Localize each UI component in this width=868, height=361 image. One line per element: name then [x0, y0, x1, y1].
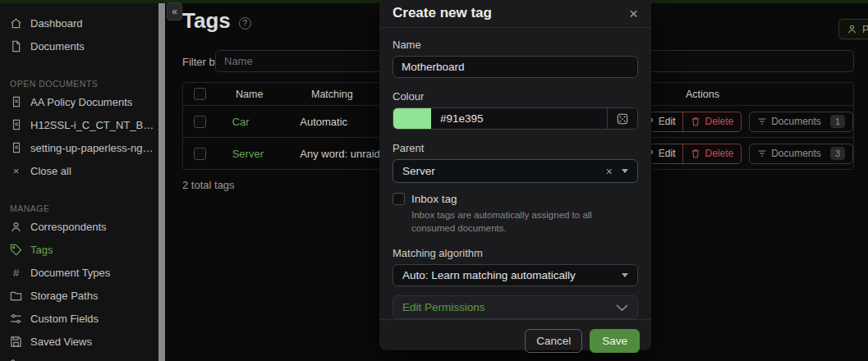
- documents-filter-button[interactable]: Documents 3: [749, 144, 853, 164]
- document-count-badge: 3: [830, 147, 845, 160]
- colour-label: Colour: [393, 90, 638, 103]
- sidebar-close-all[interactable]: × Close all: [10, 159, 155, 182]
- sidebar: Dashboard Documents OPEN DOCUMENTS AA Po…: [0, 3, 158, 361]
- sidebar-item-storage-paths[interactable]: Storage Paths: [10, 284, 155, 307]
- parent-select[interactable]: Server ×: [393, 159, 638, 183]
- column-header-name[interactable]: Name: [228, 89, 311, 100]
- sidebar-item-label: setting-up-paperless-ngx-part-one: [30, 142, 155, 154]
- inbox-tag-checkbox[interactable]: [393, 193, 405, 205]
- sidebar-collapse-toggle[interactable]: «: [167, 2, 182, 21]
- colour-input-group: [393, 107, 638, 130]
- document-count-badge: 1: [830, 115, 845, 128]
- permissions-button-label: Pe: [862, 24, 868, 35]
- sidebar-item-custom-fields[interactable]: Custom Fields: [10, 307, 155, 330]
- documents-button-label: Documents: [771, 148, 821, 159]
- delete-button[interactable]: Delete: [682, 112, 742, 132]
- sidebar-item-label: Documents: [30, 40, 85, 53]
- save-icon: [10, 336, 22, 348]
- name-label: Name: [393, 39, 638, 51]
- home-icon: [10, 17, 22, 30]
- cancel-button[interactable]: Cancel: [525, 329, 582, 353]
- edit-button-label: Edit: [659, 116, 676, 127]
- sidebar-item-dashboard[interactable]: Dashboard: [10, 11, 155, 34]
- sidebar-item-label: Storage Paths: [30, 290, 98, 302]
- hash-icon: #: [10, 267, 22, 279]
- sidebar-item-label: Tags: [30, 244, 53, 256]
- row-checkbox[interactable]: [194, 148, 206, 160]
- select-all-checkbox[interactable]: [194, 88, 206, 100]
- workflow-icon: [10, 359, 22, 361]
- sidebar-item-correspondents[interactable]: Correspondents: [10, 215, 155, 238]
- tag-name-link[interactable]: Car: [232, 116, 250, 128]
- page-title: Tags ?: [182, 8, 251, 34]
- documents-filter-button[interactable]: Documents 1: [749, 112, 853, 132]
- delete-button-label: Delete: [705, 148, 733, 159]
- edit-button-label: Edit: [659, 148, 676, 159]
- parent-select-value: Server: [402, 165, 435, 177]
- sidebar-item-label: H12SSL-i_C_CT_NT_BIOS_3.3_rele...: [30, 119, 155, 131]
- help-icon[interactable]: ?: [239, 17, 251, 30]
- create-new-tag-modal: Create new tag × Name Colour Parent S: [379, 0, 651, 350]
- sidebar-section-manage: MANAGE: [10, 199, 155, 213]
- sidebar-scrollbar[interactable]: [158, 3, 165, 361]
- sidebar-item-label: Correspondents: [30, 221, 107, 233]
- file-text-icon: [10, 119, 22, 131]
- sidebar-open-doc-2[interactable]: H12SSL-i_C_CT_NT_BIOS_3.3_rele...: [10, 113, 155, 136]
- permissions-button[interactable]: Pe: [838, 19, 868, 39]
- documents-button-label: Documents: [771, 116, 821, 127]
- tag-name-input[interactable]: [393, 56, 638, 78]
- sliders-icon: [10, 313, 22, 325]
- modal-header: Create new tag ×: [379, 0, 651, 28]
- sidebar-item-label: Close all: [30, 165, 71, 177]
- sidebar-item-label: Saved Views: [30, 336, 92, 348]
- modal-body: Name Colour Parent Server ×: [379, 28, 651, 319]
- filter-icon: [757, 149, 767, 158]
- close-icon[interactable]: ×: [629, 6, 638, 21]
- trash-icon: [691, 117, 700, 126]
- colour-hex-input[interactable]: [431, 108, 607, 129]
- delete-button-label: Delete: [705, 116, 733, 127]
- sidebar-item-label: AA Policy Documents: [30, 96, 132, 108]
- sidebar-item-saved-views[interactable]: Saved Views: [10, 330, 155, 353]
- modal-title: Create new tag: [393, 5, 492, 21]
- sidebar-item-label: Document Types: [30, 267, 110, 279]
- delete-button[interactable]: Delete: [682, 144, 742, 164]
- sidebar-open-doc-3[interactable]: setting-up-paperless-ngx-part-one: [10, 136, 155, 159]
- chevron-down-icon: [616, 304, 628, 311]
- trash-icon: [691, 149, 700, 158]
- modal-footer: Cancel Save: [379, 319, 651, 361]
- inbox-tag-hint: Inbox tags are automatically assigned to…: [411, 209, 638, 235]
- chevron-down-icon: [622, 169, 628, 173]
- person-icon: [10, 221, 22, 233]
- save-button[interactable]: Save: [590, 329, 640, 353]
- matching-algorithm-value: Auto: Learn matching automatically: [402, 269, 576, 281]
- close-icon: ×: [10, 165, 22, 177]
- tag-name-link[interactable]: Server: [232, 148, 264, 160]
- parent-label: Parent: [393, 142, 638, 154]
- edit-permissions-accordion[interactable]: Edit Permissions: [393, 295, 638, 319]
- inbox-tag-label: Inbox tag: [411, 193, 457, 205]
- person-icon: [847, 24, 857, 34]
- sidebar-item-label: Workflows: [30, 359, 80, 361]
- sidebar-item-workflows[interactable]: Workflows: [10, 353, 155, 361]
- column-header-actions: Actions: [685, 89, 853, 100]
- sidebar-item-document-types[interactable]: # Document Types: [10, 261, 155, 284]
- sidebar-section-open-documents: OPEN DOCUMENTS: [10, 74, 155, 89]
- file-text-icon: [10, 96, 22, 108]
- matching-algorithm-select[interactable]: Auto: Learn matching automatically: [393, 264, 638, 286]
- sidebar-item-tags[interactable]: Tags: [10, 238, 155, 261]
- sidebar-open-doc-1[interactable]: AA Policy Documents: [10, 90, 155, 113]
- page-title-text: Tags: [182, 8, 231, 34]
- file-icon: [10, 40, 22, 53]
- random-colour-button[interactable]: [607, 108, 637, 129]
- matching-algorithm-label: Matching algorithm: [393, 247, 638, 259]
- dice-icon: [617, 113, 628, 125]
- filter-icon: [757, 117, 767, 126]
- tag-icon: [10, 244, 22, 256]
- sidebar-item-documents[interactable]: Documents: [10, 34, 155, 57]
- clear-selection-icon[interactable]: ×: [606, 166, 613, 177]
- total-tags-summary: 2 total tags: [182, 179, 235, 191]
- file-text-icon: [10, 142, 22, 154]
- chevron-down-icon: [622, 273, 628, 277]
- row-checkbox[interactable]: [194, 116, 206, 128]
